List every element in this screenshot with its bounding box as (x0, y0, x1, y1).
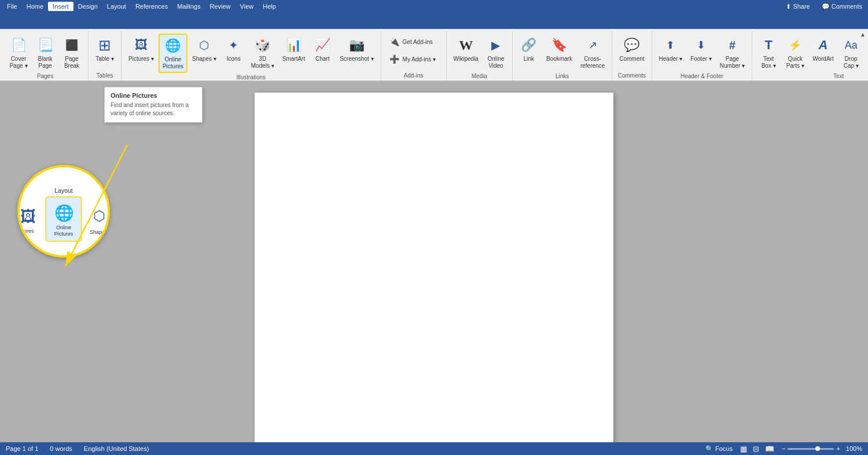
view-icons: ▦ ⊟ 📖 (738, 444, 776, 454)
magnify-circle: Layout 🖼 tures 🌐 OnlinePictures ⬡ Shape … (17, 165, 110, 258)
magnify-pictures-icon: 🖼 (17, 204, 41, 229)
quick-parts-label: QuickParts ▾ (786, 56, 804, 69)
tooltip-popup: Online Pictures Find and insert pictures… (104, 87, 203, 123)
page-break-icon: ⬛ (62, 36, 81, 54)
bookmark-button[interactable]: 🔖 Bookmark (543, 34, 576, 65)
cross-reference-button[interactable]: ↗ Cross-reference (577, 34, 608, 72)
menu-home[interactable]: Home (22, 2, 48, 11)
online-pictures-label: OnlinePictures (163, 56, 183, 70)
quick-parts-icon: ⚡ (786, 36, 804, 54)
focus-button[interactable]: 🔍 Focus (705, 445, 733, 453)
3d-models-label: 3DModels ▾ (251, 56, 274, 69)
shapes-button[interactable]: ⬡ Shapes ▾ (189, 34, 220, 65)
cover-page-label: CoverPage ▾ (9, 56, 27, 69)
menu-help[interactable]: Help (258, 2, 281, 11)
page-info: Page 1 of 1 (6, 445, 38, 452)
cover-page-icon: 📄 (9, 36, 28, 54)
cover-page-button[interactable]: 📄 CoverPage ▾ (6, 34, 31, 72)
table-button[interactable]: ⊞ Table ▾ (92, 34, 117, 65)
pictures-button[interactable]: 🖼 Pictures ▾ (125, 34, 157, 65)
shapes-icon: ⬡ (195, 36, 214, 54)
word-count: 0 words (50, 445, 72, 452)
menu-design[interactable]: Design (73, 2, 102, 11)
menu-view[interactable]: View (236, 2, 259, 11)
cross-reference-label: Cross-reference (580, 56, 605, 69)
cross-reference-icon: ↗ (583, 36, 602, 54)
magnify-shapes-button: ⬡ Shape ▾ (82, 200, 111, 238)
chart-button[interactable]: 📈 Chart (310, 34, 335, 65)
menu-file[interactable]: File (2, 2, 22, 11)
footer-button[interactable]: ⬇ Footer ▾ (687, 34, 715, 65)
pages-group-label: Pages (6, 72, 84, 81)
link-label: Link (524, 56, 534, 63)
wordart-icon: A (814, 36, 832, 54)
comment-button[interactable]: 💬 Comment (616, 34, 648, 65)
print-layout-icon[interactable]: ▦ (738, 444, 749, 454)
page-break-button[interactable]: ⬛ PageBreak (59, 34, 84, 72)
online-video-button[interactable]: ▶ OnlineVideo (483, 34, 509, 72)
icons-label: Icons (227, 56, 241, 63)
get-addins-button[interactable]: 🔌 Get Add-ins (385, 34, 443, 50)
zoom-track[interactable] (788, 448, 834, 450)
zoom-thumb (815, 446, 820, 451)
wordart-button[interactable]: A WordArt (809, 34, 837, 65)
media-group-label: Media (450, 72, 509, 81)
menu-mailings[interactable]: Mailings (172, 2, 205, 11)
status-bar: Page 1 of 1 0 words English (United Stat… (0, 442, 868, 455)
menu-references[interactable]: References (131, 2, 172, 11)
menu-bar: File Home Insert Design Layout Reference… (0, 0, 868, 13)
chart-icon: 📈 (313, 36, 332, 54)
screenshot-button[interactable]: 📷 Screenshot ▾ (336, 34, 377, 65)
read-view-icon[interactable]: 📖 (763, 444, 776, 454)
page-number-button[interactable]: # PageNumber ▾ (716, 34, 748, 72)
table-label: Table ▾ (95, 56, 114, 63)
wikipedia-button[interactable]: W Wikipedia (450, 34, 482, 65)
get-addins-icon: 🔌 (389, 36, 400, 47)
magnify-online-pictures-button: 🌐 OnlinePictures (46, 196, 82, 242)
table-icon: ⊞ (95, 36, 114, 54)
zoom-out-icon[interactable]: − (782, 445, 785, 452)
bookmark-label: Bookmark (546, 56, 572, 63)
language: English (United States) (84, 445, 149, 452)
3d-models-button[interactable]: 🎲 3DModels ▾ (248, 34, 278, 72)
comments-button[interactable]: 💬 Comments (818, 2, 866, 12)
zoom-level[interactable]: 100% (846, 445, 862, 452)
3d-models-icon: 🎲 (253, 36, 272, 54)
share-button[interactable]: ⬆ Share (782, 2, 813, 12)
pictures-label: Pictures ▾ (128, 56, 154, 63)
pictures-icon: 🖼 (132, 36, 150, 54)
header-footer-group-label: Header & Footer (656, 72, 749, 81)
comment-label: Comment (619, 56, 644, 63)
my-addins-button[interactable]: ➕ My Add-ins ▾ (385, 51, 443, 67)
document-page (255, 93, 613, 442)
bookmark-icon: 🔖 (550, 36, 568, 54)
ribbon-group-illustrations: 🖼 Pictures ▾ 🌐 OnlinePictures ⬡ Shapes ▾… (122, 31, 381, 80)
link-button[interactable]: 🔗 Link (516, 34, 542, 65)
wikipedia-icon: W (457, 36, 475, 54)
header-button[interactable]: ⬆ Header ▾ (656, 34, 686, 65)
ribbon-body: 📄 CoverPage ▾ 📃 BlankPage ⬛ PageBreak Pa… (0, 29, 868, 81)
online-video-icon: ▶ (487, 36, 505, 54)
comments-group-label: Comments (616, 71, 648, 80)
menu-insert[interactable]: Insert (48, 2, 73, 11)
zoom-in-icon[interactable]: + (836, 445, 840, 452)
drop-cap-button[interactable]: Aa DropCap ▾ (838, 34, 864, 72)
drop-cap-icon: Aa (842, 36, 860, 54)
web-layout-icon[interactable]: ⊟ (751, 444, 761, 454)
ribbon-collapse-button[interactable]: ▲ (860, 31, 866, 38)
icons-button[interactable]: ✦ Icons (221, 34, 247, 65)
zoom-slider[interactable]: − + (782, 445, 840, 452)
menu-review[interactable]: Review (205, 2, 236, 11)
online-pictures-button[interactable]: 🌐 OnlinePictures (159, 34, 187, 73)
smartart-button[interactable]: 📊 SmartArt (279, 34, 308, 65)
menu-layout[interactable]: Layout (102, 2, 131, 11)
quick-parts-button[interactable]: ⚡ QuickParts ▾ (782, 34, 808, 72)
wordart-label: WordArt (812, 56, 834, 63)
document-area[interactable]: Layout 🖼 tures 🌐 OnlinePictures ⬡ Shape … (0, 81, 868, 442)
screenshot-icon: 📷 (347, 36, 366, 54)
wikipedia-label: Wikipedia (454, 56, 479, 63)
ribbon-tabs (0, 13, 868, 29)
ribbon-group-tables: ⊞ Table ▾ Tables (89, 31, 122, 80)
text-box-button[interactable]: T TextBox ▾ (756, 34, 781, 72)
blank-page-button[interactable]: 📃 BlankPage (32, 34, 58, 72)
